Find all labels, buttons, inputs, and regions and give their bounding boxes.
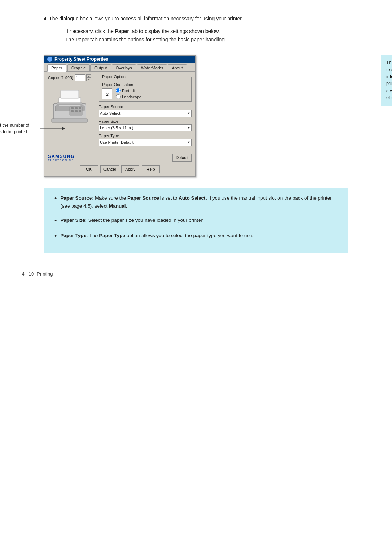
dialog-icon xyxy=(47,57,52,62)
printer-image xyxy=(48,84,91,127)
paper-size-select[interactable]: Letter (8.5 x 11 in.) ▼ xyxy=(99,124,192,131)
paper-type-label: Paper Type xyxy=(99,134,192,138)
step4-text: 4. The dialogue box allows you to access… xyxy=(22,15,370,23)
svg-rect-15 xyxy=(75,110,78,112)
paper-size-arrow: ▼ xyxy=(187,126,191,130)
dialog-bottom-buttons: OK Cancel Apply Help xyxy=(44,164,195,176)
landscape-label: Landscape xyxy=(122,95,142,99)
apply-button[interactable]: Apply xyxy=(121,165,139,173)
bullet-content-2: Paper Size: Select the paper size you ha… xyxy=(60,216,338,225)
paper-source-group: Paper Source Auto Select ▼ xyxy=(99,105,192,117)
landscape-radio[interactable] xyxy=(116,94,121,99)
paper-orientation-row: a Portrait Landscape xyxy=(102,88,188,99)
paper-option-group: Paper Option Paper Orientation a Portrai… xyxy=(99,74,192,102)
svg-rect-8 xyxy=(52,119,88,122)
printer-svg xyxy=(48,84,91,127)
svg-marker-1 xyxy=(62,127,65,130)
paper-source-arrow: ▼ xyxy=(187,111,191,115)
bullet-dot-2: • xyxy=(54,217,57,225)
spin-up[interactable]: ▲ xyxy=(86,74,91,78)
orientation-options: Portrait Landscape xyxy=(116,88,142,99)
tab-about[interactable]: About xyxy=(168,64,187,71)
svg-rect-7 xyxy=(57,103,82,105)
dialog-titlebar: Property Sheet Properties xyxy=(44,56,195,63)
paper-size-label: Paper Size xyxy=(99,119,192,123)
bullet-paper-size: • Paper Size: Select the paper size you … xyxy=(54,216,338,225)
bullet-content-1: Paper Source: Make sure the Paper Source… xyxy=(60,194,338,210)
dialog-body: Copies(1-999) ▲ ▼ xyxy=(44,72,195,151)
bullets-area: • Paper Source: Make sure the Paper Sour… xyxy=(44,188,348,253)
tab-graphic[interactable]: Graphic xyxy=(67,64,90,71)
paper-type-group: Paper Type Use Printer Default ▼ xyxy=(99,134,192,146)
portrait-radio[interactable] xyxy=(116,88,121,93)
svg-rect-16 xyxy=(79,110,81,112)
spin-down[interactable]: ▼ xyxy=(86,78,91,81)
copies-row: Copies(1-999) ▲ ▼ xyxy=(48,74,95,81)
samsung-brand: SAMSUNG xyxy=(48,154,74,159)
svg-rect-9 xyxy=(61,90,79,98)
svg-rect-12 xyxy=(75,107,78,109)
dialog-left-panel: Copies(1-999) ▲ ▼ xyxy=(48,74,95,148)
bullet-dot-3: • xyxy=(54,232,57,240)
bullet-content-3: Paper Type: The Paper Type option allows… xyxy=(60,232,338,240)
paper-type-select[interactable]: Use Printer Default ▼ xyxy=(99,139,192,146)
paper-size-group: Paper Size Letter (8.5 x 11 in.) ▼ xyxy=(99,119,192,131)
footer-right-buttons: Default xyxy=(172,154,192,162)
copies-input[interactable] xyxy=(75,74,85,81)
dialog-tabs: Paper Graphic Output Overlays WaterMarks… xyxy=(44,63,195,72)
copies-spinner[interactable]: ▲ ▼ xyxy=(86,74,91,81)
copies-label: Copies(1-999) xyxy=(48,76,73,80)
default-button[interactable]: Default xyxy=(172,154,192,162)
paper-orientation-label: Paper Orientation xyxy=(102,82,188,87)
paper-type-arrow: ▼ xyxy=(187,140,191,144)
page-label: Printing xyxy=(37,271,53,277)
page-section: .10 xyxy=(27,271,34,277)
dialog-right-panel: Paper Option Paper Orientation a Portrai… xyxy=(99,74,192,148)
paper-option-legend: Paper Option xyxy=(102,74,126,79)
paper-size-value: Letter (8.5 x 11 in.) xyxy=(100,126,133,130)
orientation-icon: a xyxy=(102,88,112,99)
svg-rect-13 xyxy=(79,107,81,109)
dialog-footer: SAMSUNG ELECTRONICS Default xyxy=(44,151,195,164)
orient-letter: a xyxy=(106,90,109,98)
samsung-logo: SAMSUNG ELECTRONICS xyxy=(48,154,74,162)
help-button[interactable]: Help xyxy=(142,165,160,173)
svg-rect-11 xyxy=(71,107,74,109)
tab-overlays[interactable]: Overlays xyxy=(112,64,136,71)
page-number: 4 xyxy=(22,271,24,277)
cancel-button[interactable]: Cancel xyxy=(100,165,119,173)
tab-paper[interactable]: Paper xyxy=(47,64,66,72)
right-callout: The Paper Orientation option allows you … xyxy=(381,55,392,106)
samsung-sub: ELECTRONICS xyxy=(48,159,74,162)
portrait-option[interactable]: Portrait xyxy=(116,88,142,93)
paper-source-value: Auto Select xyxy=(100,111,120,115)
paper-source-select[interactable]: Auto Select ▼ xyxy=(99,110,192,117)
left-callout: Select the number of copies to be printe… xyxy=(0,122,42,135)
intro-paragraph: If necessary, click the Paper tab to dis… xyxy=(65,27,370,44)
tab-output[interactable]: Output xyxy=(90,64,111,71)
dialog-title: Property Sheet Properties xyxy=(54,57,108,62)
bullet-dot-1: • xyxy=(54,195,57,210)
paper-type-value: Use Printer Default xyxy=(100,140,134,144)
page-footer: 4 .10 Printing xyxy=(22,268,370,277)
landscape-option[interactable]: Landscape xyxy=(116,94,142,99)
bullet-paper-source: • Paper Source: Make sure the Paper Sour… xyxy=(54,194,338,210)
ok-button[interactable]: OK xyxy=(80,165,98,173)
tab-watermarks[interactable]: WaterMarks xyxy=(137,64,167,71)
bullet-paper-type: • Paper Type: The Paper Type option allo… xyxy=(54,232,338,240)
svg-rect-14 xyxy=(71,110,74,112)
dialog-window: Property Sheet Properties Paper Graphic … xyxy=(44,55,196,177)
paper-source-label: Paper Source xyxy=(99,105,192,109)
page-content: 4. The dialogue box allows you to access… xyxy=(22,15,370,277)
portrait-label: Portrait xyxy=(122,89,135,93)
